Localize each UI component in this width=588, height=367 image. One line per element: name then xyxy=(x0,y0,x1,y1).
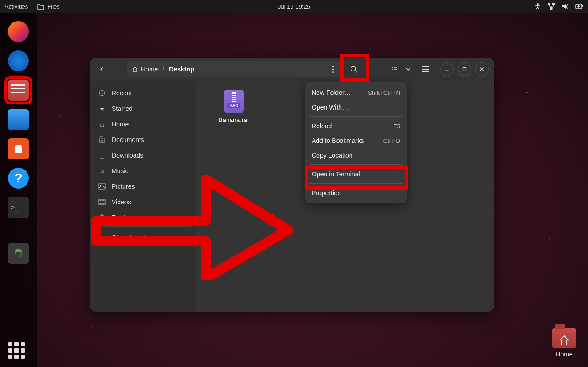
minimize-button[interactable] xyxy=(440,62,454,76)
svg-rect-5 xyxy=(582,5,583,7)
sidebar-item-downloads[interactable]: Downloads xyxy=(92,148,193,163)
svg-rect-8 xyxy=(463,68,466,71)
download-icon xyxy=(98,151,106,159)
svg-rect-3 xyxy=(550,7,553,10)
music-icon: ♫ xyxy=(98,167,106,175)
dock-trash[interactable] xyxy=(8,243,29,264)
files-window: Home / Desktop Recent ★Starred Home Docu… xyxy=(90,58,494,312)
sidebar-item-recent[interactable]: Recent xyxy=(92,85,193,101)
star-icon: ★ xyxy=(98,104,106,113)
menu-reload[interactable]: ReloadF5 xyxy=(305,119,407,133)
dock-files[interactable] xyxy=(8,80,29,101)
folder-icon xyxy=(37,3,44,10)
menu-new-folder[interactable]: New Folder…Shift+Ctrl+N xyxy=(305,85,407,100)
menu-add-bookmark[interactable]: Add to BookmarksCtrl+D xyxy=(305,133,407,148)
topbar-app-label: Files xyxy=(47,3,59,10)
document-icon xyxy=(98,136,106,144)
topbar-app[interactable]: Files xyxy=(37,3,59,10)
picture-icon xyxy=(98,182,106,191)
menu-open-with[interactable]: Open With… xyxy=(305,100,407,115)
clock-icon xyxy=(98,89,106,97)
home-icon xyxy=(132,66,138,72)
annotation-kebab-highlight xyxy=(340,54,369,82)
dock-software[interactable] xyxy=(8,138,29,159)
svg-rect-6 xyxy=(15,148,22,153)
sidebar-item-home[interactable]: Home xyxy=(92,116,193,132)
titlebar: Home / Desktop xyxy=(90,58,494,81)
view-dropdown-button[interactable] xyxy=(402,63,415,76)
sidebar-item-music[interactable]: ♫Music xyxy=(92,163,193,179)
breadcrumb-home[interactable]: Home xyxy=(132,66,158,73)
file-item[interactable]: RAR Banana.rar xyxy=(213,90,254,123)
show-applications[interactable] xyxy=(8,342,25,359)
desktop-home-folder[interactable]: Home xyxy=(552,328,576,358)
back-button[interactable] xyxy=(95,62,109,76)
video-icon xyxy=(98,198,106,206)
activities-button[interactable]: Activities xyxy=(5,3,28,10)
svg-point-0 xyxy=(537,3,539,5)
desktop-home-label: Home xyxy=(552,351,576,358)
topbar-datetime[interactable]: Jul 19 19:25 xyxy=(278,3,310,10)
sidebar-item-documents[interactable]: Documents xyxy=(92,132,193,148)
rar-file-icon: RAR xyxy=(224,90,244,113)
dock-terminal[interactable]: >_ xyxy=(8,197,29,218)
dock-thunderbird[interactable] xyxy=(8,50,29,71)
sidebar-item-trash[interactable]: Trash xyxy=(92,210,193,227)
battery-icon[interactable] xyxy=(575,3,583,10)
maximize-button[interactable] xyxy=(458,62,471,76)
dock-firefox[interactable] xyxy=(8,21,29,42)
view-controls xyxy=(388,63,415,76)
breadcrumb[interactable]: Home / Desktop xyxy=(127,61,342,77)
sidebar-item-starred[interactable]: ★Starred xyxy=(92,101,193,116)
menu-copy-location[interactable]: Copy Location xyxy=(305,148,407,163)
trash-icon xyxy=(98,214,106,222)
file-name: Banana.rar xyxy=(213,116,254,123)
svg-rect-10 xyxy=(99,184,105,189)
accessibility-icon[interactable] xyxy=(534,3,541,10)
hamburger-menu[interactable] xyxy=(419,63,432,76)
svg-point-11 xyxy=(100,185,102,186)
annotation-terminal-highlight xyxy=(305,166,408,190)
breadcrumb-current[interactable]: Desktop xyxy=(169,66,194,73)
list-view-button[interactable] xyxy=(388,63,401,76)
svg-rect-1 xyxy=(548,3,550,5)
sidebar: Recent ★Starred Home Documents Downloads… xyxy=(90,81,196,312)
network-icon[interactable] xyxy=(548,3,555,10)
dock-libreoffice[interactable] xyxy=(8,109,29,130)
home-icon xyxy=(98,120,106,128)
sidebar-item-other-locations[interactable]: +Other Locations xyxy=(92,230,193,245)
volume-icon[interactable] xyxy=(561,3,569,10)
plus-icon: + xyxy=(98,233,106,241)
close-button[interactable] xyxy=(475,62,489,76)
path-menu-button[interactable] xyxy=(325,61,340,77)
topbar: Activities Files Jul 19 19:25 xyxy=(0,0,588,13)
dock-help[interactable]: ? xyxy=(8,168,29,189)
dock: ? >_ xyxy=(0,13,37,367)
sidebar-item-videos[interactable]: Videos xyxy=(92,194,193,210)
sidebar-item-pictures[interactable]: Pictures xyxy=(92,179,193,194)
svg-rect-2 xyxy=(552,3,555,5)
